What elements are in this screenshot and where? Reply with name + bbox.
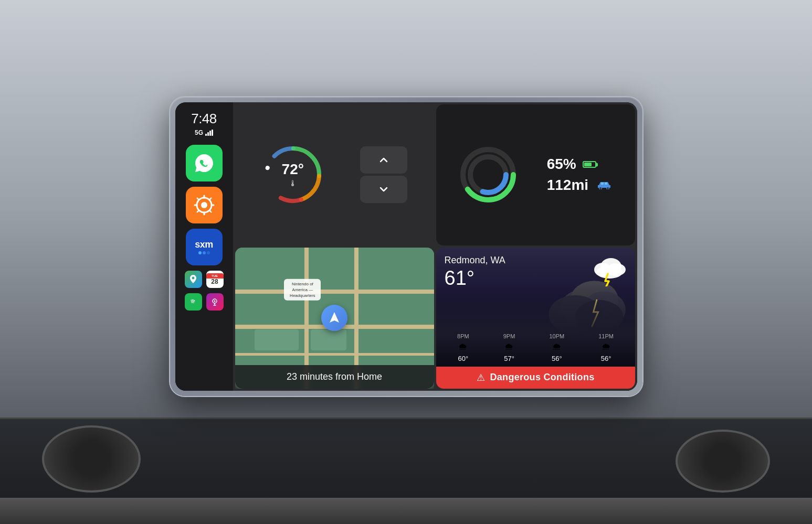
temperature-value: 72° xyxy=(282,161,304,178)
signal-bar-3 xyxy=(209,131,211,136)
hour-temp-2: 56° xyxy=(552,355,562,362)
block3 xyxy=(360,261,420,286)
sxm-label: sxm xyxy=(195,239,213,250)
ev-miles: 112mi xyxy=(547,177,588,194)
map-eta-overlay: 23 minutes from Home xyxy=(235,365,434,389)
poi-name: Nintendo of America — Headquarters xyxy=(290,282,315,298)
weather-main-icon xyxy=(591,255,628,293)
hour-item-2: 10PM 🌧 56° xyxy=(549,333,564,362)
thermometer-icon: 🌡 xyxy=(289,179,297,188)
map-widget[interactable]: Nintendo of America — Headquarters 23 mi… xyxy=(235,248,434,389)
screen-bezel: 7:48 5G xyxy=(170,97,642,396)
svg-line-8 xyxy=(209,198,211,199)
hour-label-2: 10PM xyxy=(549,333,564,339)
climate-controls xyxy=(360,146,407,203)
battery-icon xyxy=(583,161,596,168)
temp-up-button[interactable] xyxy=(360,146,407,174)
hour-icon-2: 🌧 xyxy=(552,341,562,352)
ev-battery-row: 65% xyxy=(547,156,611,173)
status-bar: 5G xyxy=(195,129,213,136)
dangerous-conditions-text: Dangerous Conditions xyxy=(490,372,595,383)
hour-item-0: 8PM 🌧 60° xyxy=(457,333,469,362)
right-vent xyxy=(676,430,770,493)
svg-line-9 xyxy=(197,210,198,212)
road-h1 xyxy=(235,290,434,294)
hourly-forecast: 8PM 🌧 60° 9PM 🌧 57° 10PM 🌧 56° xyxy=(436,329,635,367)
weather-widget[interactable]: Redmond, WA 61° xyxy=(436,248,635,389)
hour-icon-1: 🌧 xyxy=(504,341,514,352)
svg-point-24 xyxy=(607,187,609,190)
donut-svg xyxy=(459,146,517,204)
signal-bar-1 xyxy=(205,134,207,136)
nav-arrow xyxy=(321,305,347,331)
hour-item-1: 9PM 🌧 57° xyxy=(503,333,515,362)
road-h3 xyxy=(235,353,434,356)
block5 xyxy=(360,294,420,319)
battery-fill xyxy=(584,163,592,166)
ev-donut xyxy=(459,146,517,204)
climate-widget[interactable]: 72° 🌡 xyxy=(235,104,434,245)
temp-down-button[interactable] xyxy=(360,176,407,203)
block6 xyxy=(255,329,298,350)
time-display: 7:48 xyxy=(191,111,217,127)
calendar-date: 28 xyxy=(211,279,218,285)
ev-range-row: 112mi xyxy=(547,177,611,194)
hour-temp-0: 60° xyxy=(458,355,469,362)
app-icon-maps[interactable] xyxy=(185,271,202,288)
sidebar: 7:48 5G xyxy=(175,102,233,391)
signal-bar-4 xyxy=(212,130,213,136)
app-icon-overcast[interactable] xyxy=(186,187,223,223)
signal-text: 5G xyxy=(195,129,203,136)
hour-label-1: 9PM xyxy=(503,333,515,339)
app-icon-spotify[interactable] xyxy=(185,293,202,311)
hour-temp-3: 56° xyxy=(601,355,611,362)
svg-rect-26 xyxy=(605,183,607,185)
svg-point-35 xyxy=(596,266,623,279)
map-eta-text: 23 minutes from Home xyxy=(244,371,426,382)
dangerous-conditions-banner[interactable]: ⚠ Dangerous Conditions xyxy=(436,367,635,389)
car-icon xyxy=(597,179,611,191)
map-poi-label: Nintendo of America — Headquarters xyxy=(284,279,321,300)
small-app-row: TUE 28 xyxy=(185,271,224,288)
block7 xyxy=(311,329,346,350)
hour-label-3: 11PM xyxy=(598,333,614,339)
hour-label-0: 8PM xyxy=(457,333,469,339)
ev-widget[interactable]: 65% 112mi xyxy=(436,104,635,245)
app-icon-calendar[interactable]: TUE 28 xyxy=(206,271,224,288)
temperature-gauge: 72° 🌡 xyxy=(261,143,324,206)
svg-point-23 xyxy=(599,187,602,190)
hour-icon-3: 🌧 xyxy=(602,341,611,352)
ev-percent: 65% xyxy=(547,156,576,173)
svg-rect-25 xyxy=(601,183,604,185)
hour-icon-0: 🌧 xyxy=(458,341,468,352)
hour-item-3: 11PM 🌧 56° xyxy=(598,333,614,362)
screen: 7:48 5G xyxy=(175,102,637,391)
svg-line-7 xyxy=(209,210,211,212)
signal-bar-2 xyxy=(207,132,209,136)
small-app-row-2 xyxy=(185,293,224,311)
gauge-temp: 72° 🌡 xyxy=(282,161,304,188)
app-icon-sxm[interactable]: sxm xyxy=(186,229,223,265)
signal-bars xyxy=(205,130,213,136)
svg-point-1 xyxy=(201,202,207,208)
screen-wrapper: 7:48 5G xyxy=(170,97,642,396)
hour-temp-1: 57° xyxy=(504,355,514,362)
app-icon-podcasts[interactable] xyxy=(206,293,224,311)
warning-icon: ⚠ xyxy=(477,372,485,383)
svg-point-12 xyxy=(214,301,216,302)
ev-stats: 65% 112mi xyxy=(547,156,611,194)
bottom-bar xyxy=(0,498,812,524)
weather-content: Redmond, WA 61° xyxy=(436,248,635,329)
app-icon-whatsapp[interactable] xyxy=(186,145,223,181)
main-content: 72° 🌡 xyxy=(233,102,637,391)
svg-line-6 xyxy=(197,198,198,199)
svg-point-18 xyxy=(265,165,270,170)
